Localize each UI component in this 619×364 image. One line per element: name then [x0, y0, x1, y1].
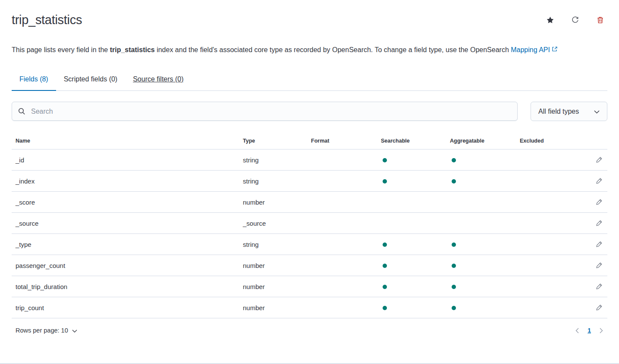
search-input[interactable] — [12, 102, 518, 121]
index-name-bold: trip_statistics — [110, 46, 155, 53]
enabled-dot-icon — [452, 306, 456, 310]
star-icon — [547, 19, 554, 25]
filter-controls: All field types — [12, 102, 607, 121]
field-excluded-cell — [516, 171, 576, 192]
enabled-dot-icon — [452, 264, 456, 268]
pencil-icon — [596, 158, 603, 165]
table-row: total_trip_duration number — [12, 276, 607, 297]
search-box — [12, 102, 518, 121]
enabled-dot-icon — [452, 285, 456, 289]
index-pattern-page: trip_statistics — [0, 0, 619, 336]
refresh-button[interactable] — [572, 16, 579, 24]
favorite-button[interactable] — [547, 16, 554, 24]
previous-page-button[interactable] — [573, 326, 581, 336]
column-header-actions — [576, 132, 607, 149]
pencil-icon — [596, 243, 603, 249]
page-description: This page lists every field in the trip_… — [12, 43, 594, 56]
delete-button[interactable] — [597, 16, 604, 24]
field-excluded-cell — [516, 213, 576, 234]
field-format-cell — [307, 276, 377, 297]
chevron-down-icon — [594, 108, 600, 115]
field-searchable-cell — [377, 149, 446, 171]
field-name-cell: _type — [12, 234, 239, 255]
edit-field-button[interactable] — [595, 156, 603, 164]
table-row: _id string — [12, 149, 607, 171]
external-link-icon — [552, 46, 557, 53]
field-name-cell: total_trip_duration — [12, 276, 239, 297]
edit-field-button[interactable] — [595, 240, 603, 249]
edit-field-button[interactable] — [595, 282, 603, 291]
table-row: _index string — [12, 171, 607, 192]
field-aggregatable-cell — [446, 297, 516, 318]
tab-scripted-fields[interactable]: Scripted fields (0) — [56, 74, 126, 90]
field-actions-cell — [576, 255, 607, 276]
field-excluded-cell — [516, 255, 576, 276]
enabled-dot-icon — [383, 264, 387, 268]
field-searchable-cell — [377, 171, 446, 192]
field-name-cell: _index — [12, 171, 239, 192]
enabled-dot-icon — [383, 306, 387, 310]
table-row: trip_count number — [12, 297, 607, 318]
field-aggregatable-cell — [446, 192, 516, 213]
field-aggregatable-cell — [446, 234, 516, 255]
field-format-cell — [307, 234, 377, 255]
field-searchable-cell — [377, 255, 446, 276]
field-actions-cell — [576, 276, 607, 297]
field-aggregatable-cell — [446, 255, 516, 276]
page-header: trip_statistics — [12, 0, 607, 28]
enabled-dot-icon — [383, 179, 387, 184]
rows-per-page-button[interactable]: Rows per page: 10 — [12, 324, 81, 336]
pencil-icon — [596, 264, 603, 270]
mapping-api-link[interactable]: Mapping API — [511, 46, 550, 53]
field-type-cell: string — [239, 171, 307, 192]
description-text: index and the field's associated core ty… — [155, 46, 511, 53]
enabled-dot-icon — [452, 243, 456, 247]
table-row: _score number — [12, 192, 607, 213]
column-header-excluded: Excluded — [516, 132, 576, 149]
field-searchable-cell — [377, 213, 446, 234]
column-header-name: Name — [12, 132, 239, 149]
trash-icon — [597, 19, 604, 25]
field-aggregatable-cell — [446, 149, 516, 171]
field-actions-cell — [576, 297, 607, 318]
pencil-icon — [596, 285, 603, 291]
next-page-button[interactable] — [597, 326, 605, 336]
pencil-icon — [596, 200, 603, 207]
pencil-icon — [596, 306, 603, 312]
edit-field-button[interactable] — [595, 219, 603, 227]
page-controls: 1 — [573, 325, 605, 336]
field-type-cell: string — [239, 234, 307, 255]
edit-field-button[interactable] — [595, 177, 603, 185]
tab-fields[interactable]: Fields (8) — [12, 74, 56, 90]
page-number-button[interactable]: 1 — [585, 325, 594, 336]
field-excluded-cell — [516, 234, 576, 255]
field-type-cell: number — [239, 192, 307, 213]
field-searchable-cell — [377, 234, 446, 255]
field-searchable-cell — [377, 192, 446, 213]
field-table-body: _id string _index string — [12, 149, 607, 318]
enabled-dot-icon — [383, 285, 387, 289]
field-format-cell — [307, 297, 377, 318]
chevron-left-icon — [575, 328, 579, 335]
table-row: _source _source — [12, 213, 607, 234]
field-name-cell: trip_count — [12, 297, 239, 318]
chevron-down-icon — [72, 327, 77, 334]
header-actions — [547, 16, 604, 24]
field-actions-cell — [576, 192, 607, 213]
table-header-row: Name Type Format Searchable Aggregatable… — [12, 132, 607, 149]
tab-source-filters[interactable]: Source filters (0) — [125, 74, 191, 90]
field-actions-cell — [576, 213, 607, 234]
field-actions-cell — [576, 171, 607, 192]
field-actions-cell — [576, 234, 607, 255]
field-type-filter[interactable]: All field types — [531, 102, 607, 121]
tab-bar: Fields (8) Scripted fields (0) Source fi… — [12, 74, 607, 91]
field-name-cell: _id — [12, 149, 239, 171]
enabled-dot-icon — [452, 179, 456, 184]
edit-field-button[interactable] — [595, 303, 603, 312]
chevron-right-icon — [600, 328, 603, 335]
edit-field-button[interactable] — [595, 261, 603, 270]
page-title: trip_statistics — [12, 11, 82, 28]
enabled-dot-icon — [383, 243, 387, 247]
field-type-cell: number — [239, 255, 307, 276]
edit-field-button[interactable] — [595, 198, 603, 206]
